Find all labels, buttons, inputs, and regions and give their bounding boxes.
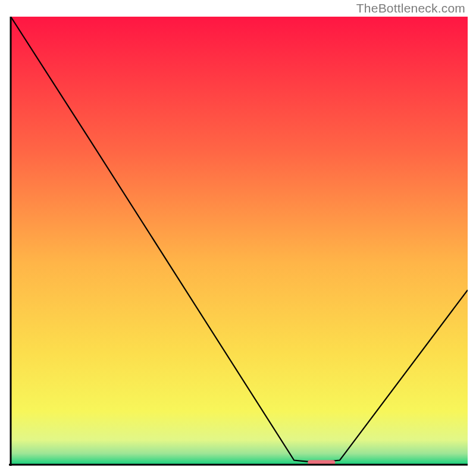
attribution-text: TheBottleneck.com	[356, 1, 465, 15]
chart-svg	[9, 17, 468, 467]
chart-background	[11, 17, 468, 465]
bottleneck-chart	[9, 17, 468, 467]
